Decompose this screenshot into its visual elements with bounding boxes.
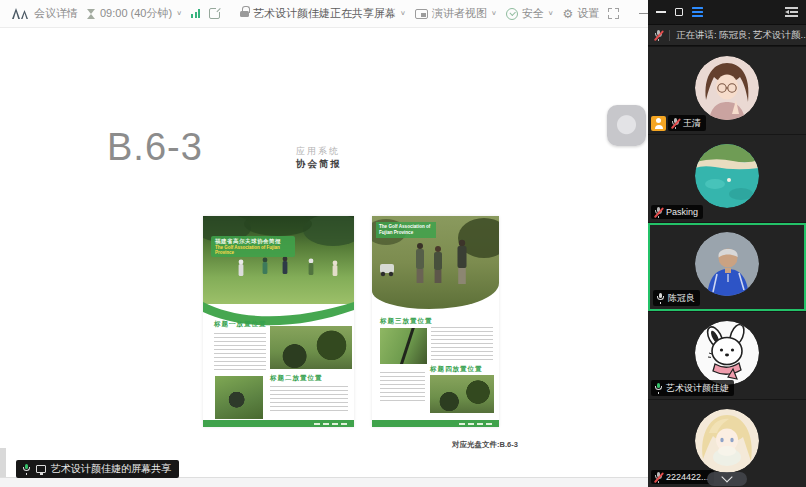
duration-label: 09:00 (40分钟) [100,6,172,21]
minimize-button[interactable] [639,4,648,24]
document-category: 应用系统 [296,145,340,158]
golfer-photo-small [215,376,263,419]
brochure-banner-en-right: The Golf Association of Fujian Province [376,222,436,238]
share-pill-label: 艺术设计颜佳婕的屏幕共享 [51,462,171,476]
mic-active-icon [22,464,31,475]
golf-course-photo [203,216,354,304]
participant-name-pill: 2224422... [651,470,714,484]
signal-bars-icon [191,9,200,18]
panel-collapse-icon[interactable] [785,7,798,17]
brochure-heading-4: 标题四放置位置 [430,365,483,374]
participant-name-pill: Pasking [651,205,703,219]
speaker-view-button[interactable]: 演讲者视图 ∨ [415,6,497,21]
sharing-status[interactable]: 艺术设计颜佳婕正在共享屏幕 ∨ [240,6,406,21]
participant-tile[interactable]: 王清 [648,47,806,134]
participant-tile[interactable]: 艺术设计颜佳婕 [648,312,806,399]
layout-view-icon [415,9,428,19]
body-text-lines [214,333,266,371]
popout-button[interactable] [209,8,220,19]
participant-name: 陈冠良 [668,292,695,305]
brochure-page-right: The Golf Association of Fujian Province … [372,216,499,427]
meeting-details-button[interactable]: 会议详情 [34,6,78,21]
disc-file-note: 对应光盘文件:B.6-3 [452,440,518,450]
settings-label: 设置 [577,6,599,21]
floating-widget-button[interactable] [607,105,646,146]
meeting-duration[interactable]: 09:00 (40分钟) ∨ [87,6,182,21]
brochure-footer-bar [203,420,354,427]
mic-muted-icon [671,118,680,129]
meeting-topbar: 会议详情 09:00 (40分钟) ∨ 艺术设计颜佳婕正在共享屏幕 ∨ [0,0,648,28]
fullscreen-icon [608,8,619,19]
avatar [695,321,759,385]
chevron-down-icon: ∨ [491,10,497,17]
participant-name-pill: 陈冠良 [653,290,700,306]
lock-icon [240,10,249,20]
participant-name: Pasking [666,207,698,217]
body-text-lines [431,327,493,361]
shield-check-icon [506,8,518,20]
mic-speaking-icon [654,383,663,394]
avatar [695,409,759,473]
participant-name: 2224422... [666,472,709,482]
speaking-banner-text: 正在讲话: 陈冠良; 艺术设计颜.. [676,29,806,42]
avatar [695,144,759,208]
participants-panel: 正在讲话: 陈冠良; 艺术设计颜.. [648,0,806,487]
participant-name-pill: 艺术设计颜佳婕 [651,380,734,396]
minimize-icon [639,13,648,14]
brochure-banner-cn: 福建省高尔夫球协会简报 [215,238,291,245]
brochure-heading-2: 标题二放置位置 [270,374,323,383]
participant-name: 艺术设计颜佳婕 [666,382,729,395]
shared-screen-canvas: B.6-3 应用系统 协会简报 [0,29,648,487]
participant-tile[interactable]: Pasking [648,135,806,222]
brochure-page-left: 福建省高尔夫球协会简报 The Golf Association of Fuji… [203,216,354,427]
sharing-status-label: 艺术设计颜佳婕正在共享屏幕 [253,6,396,21]
body-text-lines [270,386,348,412]
gear-icon: ⚙ [563,8,574,20]
meeting-main-window: 会议详情 09:00 (40分钟) ∨ 艺术设计颜佳婕正在共享屏幕 ∨ [0,0,648,487]
chevron-down-icon: ∨ [548,10,554,17]
mic-muted-icon [654,472,663,483]
divider [669,30,670,41]
panel-titlebar [648,0,806,24]
document-title: B.6-3 [107,126,203,169]
participant-tiles: 王清 [648,47,806,487]
security-label: 安全 [522,6,544,21]
brochure-heading-1: 标题一放置位置 [214,320,267,329]
panel-restore-icon[interactable] [675,8,683,16]
monitor-icon [36,465,46,473]
landscape-photo-small [430,375,494,413]
screen-share-indicator[interactable]: 艺术设计颜佳婕的屏幕共享 [16,460,179,478]
document-name: 协会简报 [296,158,342,171]
panel-collapse-chevron-button[interactable] [707,472,747,486]
body-text-lines [380,372,425,404]
chevron-down-icon: ∨ [400,10,406,17]
host-badge-icon [651,116,666,131]
settings-button[interactable]: ⚙ 设置 [563,6,600,21]
mic-on-icon [656,293,665,304]
avatar [695,56,759,120]
brochure-footer-bar [372,420,499,427]
panel-minimize-icon[interactable] [656,11,666,13]
mic-muted-icon[interactable] [654,30,663,41]
participant-name-pill: 王清 [668,115,706,131]
meeting-details-label: 会议详情 [34,6,78,21]
course-photo-small [270,326,352,369]
brochure-heading-3: 标题三放置位置 [380,317,433,326]
participant-tile-active-speaker[interactable]: 陈冠良 [648,223,806,311]
brochure-banner: 福建省高尔夫球协会简报 The Golf Association of Fuji… [211,236,295,257]
security-button[interactable]: 安全 ∨ [506,6,554,21]
avatar [695,232,759,296]
fullscreen-button[interactable] [608,8,619,19]
app-screen: 会议详情 09:00 (40分钟) ∨ 艺术设计颜佳婕正在共享屏幕 ∨ [0,0,806,487]
speaker-view-label: 演讲者视图 [432,6,487,21]
network-quality-indicator[interactable] [191,9,200,18]
gallery-layout-icon[interactable] [692,7,703,18]
popout-icon [209,8,220,19]
hourglass-icon [87,8,96,20]
meeting-app-logo-icon [12,8,28,19]
brochure-banner-en: The Golf Association of Fujian Province [215,245,291,255]
chevron-down-icon: ∨ [176,10,182,17]
bottom-edge-strip [0,477,648,487]
participant-name: 王清 [683,117,701,130]
golf-club-photo-small [380,328,427,364]
